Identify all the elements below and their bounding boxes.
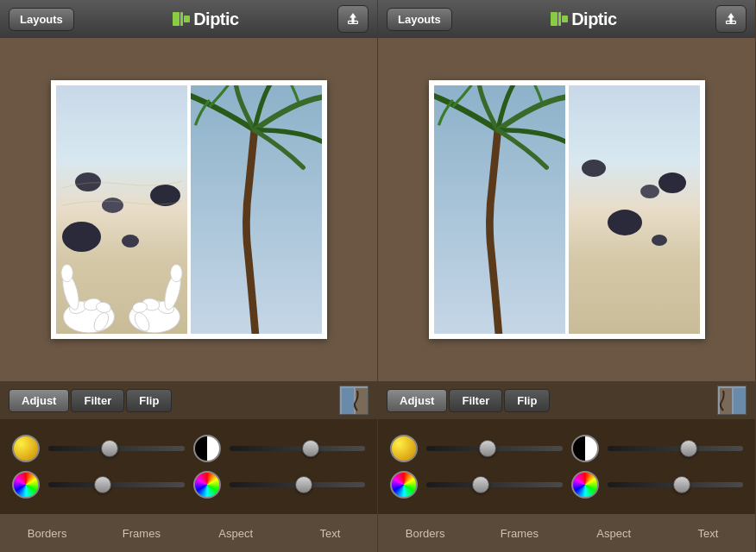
thumbnail-preview-left[interactable] <box>339 386 369 415</box>
sliders-section-right <box>378 419 755 514</box>
frames-nav-left[interactable]: Frames <box>94 514 188 552</box>
tab-group-left: Adjust Filter Flip <box>9 389 172 412</box>
bottom-nav-right: Borders Frames Aspect Text <box>378 514 755 552</box>
saturation-icon-right <box>390 471 418 499</box>
hue-slider-left[interactable] <box>230 482 366 487</box>
slider-row-saturation-left <box>12 471 365 499</box>
svg-rect-0 <box>173 12 180 26</box>
header-left: Layouts Diptic <box>0 0 377 38</box>
left-phone-panel: Layouts Diptic <box>0 0 378 552</box>
controls-bar-left: Adjust Filter Flip <box>0 381 377 419</box>
svg-marker-4 <box>350 13 356 17</box>
collage-image-left[interactable] <box>56 85 187 334</box>
svg-rect-24 <box>551 12 558 26</box>
text-nav-left[interactable]: Text <box>283 514 377 552</box>
logo-icon-left <box>173 10 190 28</box>
filter-tab-left[interactable]: Filter <box>71 389 124 412</box>
svg-rect-33 <box>734 388 746 414</box>
collage-image-right-left[interactable] <box>434 85 565 334</box>
thumbnail-preview-right[interactable] <box>717 386 747 415</box>
aspect-nav-left[interactable]: Aspect <box>189 514 283 552</box>
collage-image-right-right[interactable] <box>569 85 700 334</box>
logo-icon-right <box>551 10 568 28</box>
hue-slider-right[interactable] <box>608 482 744 487</box>
svg-rect-26 <box>562 16 568 22</box>
flip-tab-left[interactable]: Flip <box>126 389 172 412</box>
brightness-icon-right <box>390 435 418 462</box>
borders-nav-right[interactable]: Borders <box>378 514 472 552</box>
logo-left: Diptic <box>173 9 239 29</box>
text-nav-right[interactable]: Text <box>661 514 755 552</box>
brightness-slider-left[interactable] <box>48 446 185 451</box>
layouts-button-left[interactable]: Layouts <box>9 8 74 31</box>
collage-frame-left <box>51 80 327 339</box>
collage-frame-right <box>429 80 705 339</box>
svg-rect-3 <box>351 17 354 23</box>
layouts-button-right[interactable]: Layouts <box>387 8 452 31</box>
logo-text-left: Diptic <box>193 9 239 29</box>
brightness-icon-left <box>12 435 40 462</box>
bottom-nav-left: Borders Frames Aspect Text <box>0 514 377 552</box>
contrast-icon-right <box>571 435 599 462</box>
canvas-area-right <box>378 38 755 381</box>
slider-row-brightness-right <box>390 435 743 462</box>
right-phone-panel: Layouts Diptic <box>378 0 756 552</box>
brightness-slider-right[interactable] <box>426 446 563 451</box>
share-button-left[interactable] <box>337 5 369 33</box>
saturation-slider-right[interactable] <box>426 482 563 487</box>
flip-tab-right[interactable]: Flip <box>504 389 550 412</box>
sliders-section-left <box>0 419 377 514</box>
canvas-area-left <box>0 38 377 381</box>
adjust-tab-right[interactable]: Adjust <box>387 389 447 412</box>
borders-nav-left[interactable]: Borders <box>0 514 94 552</box>
svg-rect-22 <box>342 388 354 414</box>
header-right: Layouts Diptic <box>378 0 755 38</box>
aspect-nav-right[interactable]: Aspect <box>567 514 661 552</box>
collage-image-right[interactable] <box>191 85 322 334</box>
adjust-tab-left[interactable]: Adjust <box>9 389 69 412</box>
controls-bar-right: Adjust Filter Flip <box>378 381 755 419</box>
tab-group-right: Adjust Filter Flip <box>387 389 550 412</box>
contrast-slider-right[interactable] <box>608 446 744 451</box>
saturation-icon-left <box>12 471 40 499</box>
frames-nav-right[interactable]: Frames <box>472 514 566 552</box>
share-button-right[interactable] <box>715 5 747 33</box>
contrast-icon-left <box>193 435 221 462</box>
contrast-slider-left[interactable] <box>230 446 366 451</box>
hue-icon-right <box>571 471 599 499</box>
svg-marker-28 <box>728 13 734 17</box>
slider-row-saturation-right <box>390 471 743 499</box>
slider-row-brightness-left <box>12 435 365 462</box>
svg-rect-1 <box>180 12 183 26</box>
svg-rect-2 <box>184 16 190 22</box>
logo-right: Diptic <box>551 9 617 29</box>
svg-rect-25 <box>558 12 561 26</box>
filter-tab-right[interactable]: Filter <box>449 389 502 412</box>
logo-text-right: Diptic <box>571 9 617 29</box>
saturation-slider-left[interactable] <box>48 482 185 487</box>
hue-icon-left <box>193 471 221 499</box>
svg-rect-27 <box>729 17 732 23</box>
